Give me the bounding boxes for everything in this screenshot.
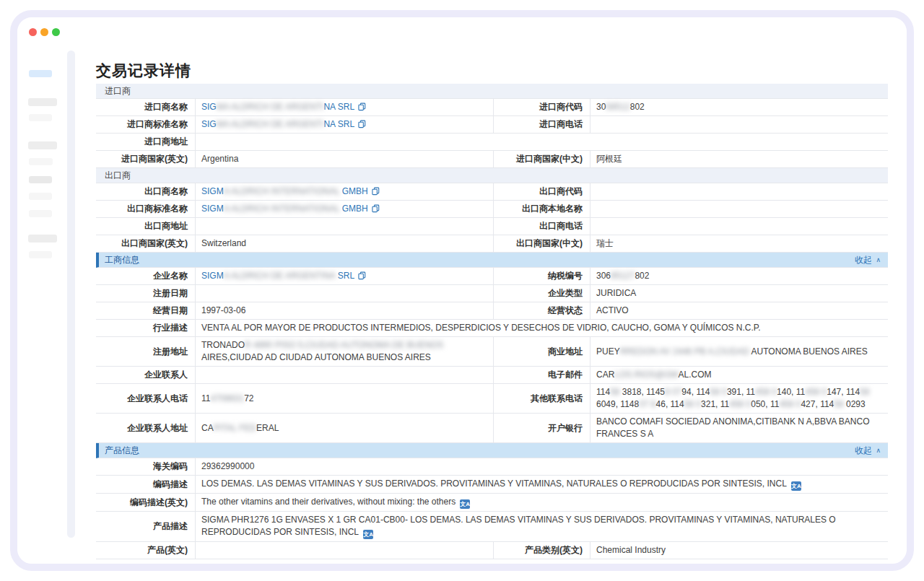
sidebar-skeleton-item[interactable] [29,176,52,183]
field-label: 产品描述 [96,512,195,541]
field-label: 出口商地址 [96,218,195,235]
field-label-text: 进口商标准名称 [127,118,188,131]
translate-icon[interactable]: 文A [460,499,470,509]
sidebar-skeleton-item[interactable] [29,210,52,217]
entity-link[interactable]: NA SRL [323,119,354,129]
sidebar-skeleton-item[interactable] [28,141,57,149]
field-value[interactable]: SIGMA ALDRICH DE ARGENTINA SRL [195,268,493,284]
field-value: Argentina [195,151,493,167]
redacted-text: 4708631 [210,393,244,403]
redacted-text: 458 0 [729,399,751,409]
field-label-text: 编码描述 [153,479,188,491]
field-text: 11470863172 [201,393,254,405]
redacted-text: 85127 [611,271,635,281]
field-value[interactable]: SIGMA ALDRICH DE ARGENTINA SRL [195,99,493,115]
entity-link[interactable]: SIG [201,119,217,129]
sidebar-skeleton-item[interactable] [29,114,52,121]
redacted-text: 58 [610,387,622,397]
field-label-text: 出口商代码 [539,185,583,198]
field-label: 纳税编号 [493,268,590,284]
redacted-text: MA ALDRICH DE ARGENTI [217,119,324,129]
table-row: 出口商名称SIGMA ALDRICH INTERNATIONAL GMBH出口商… [96,183,888,201]
table-row: 产品(英文)产品类别(英文)Chemical Industry [96,542,888,559]
field-label-text: 进口商电话 [539,118,583,131]
sidebar-skeleton-item[interactable] [29,251,52,258]
field-text: JURIDICA [596,287,636,300]
field-label-text: 企业联系人电话 [127,393,188,405]
field-value: LOS DEMAS. LAS DEMAS VITAMINAS Y SUS DER… [195,476,888,493]
copy-icon[interactable] [358,120,366,128]
field-value[interactable]: SIGMA ALDRICH INTERNATIONAL GMBH [195,183,493,200]
entity-link[interactable]: SIG [201,102,217,112]
entity-link[interactable]: GMBH [339,204,367,214]
copy-icon[interactable] [358,271,366,280]
sidebar-skeleton-item[interactable] [29,158,53,165]
field-value[interactable]: SIGMA ALDRICH DE ARGENTINA SRL [195,116,493,133]
entity-link[interactable]: NA SRL [323,102,354,112]
sidebar-skeleton-item[interactable] [28,98,57,106]
field-value [195,134,888,150]
field-label-text: 开户银行 [548,422,583,434]
field-label-text: 行业描述 [153,322,188,334]
entity-link[interactable]: SRL [335,271,354,281]
redacted-text: 458 0 [755,387,777,397]
redacted-text: 458 0 [805,387,827,397]
field-label: 注册日期 [96,285,195,302]
field-label-text: 进口商国家(英文) [121,153,188,165]
redacted-text: 58 0 [710,387,727,397]
field-text: CAPITAL FEDERAL [201,422,279,434]
field-label: 产品(英文) [96,542,195,559]
field-label: 出口商标准名称 [96,201,195,217]
traffic-light-orange[interactable] [40,28,48,36]
field-label: 企业名称 [96,268,195,284]
field-value: BANCO COMAFI SOCIEDAD ANONIMA,CITIBANK N… [590,414,888,442]
field-value: 29362990000 [195,458,888,475]
field-label: 出口商国家(中文) [493,235,590,252]
field-value [590,183,888,200]
collapse-toggle[interactable]: 收起 ∧ [855,254,881,266]
field-label: 企业联系人电话 [96,384,195,413]
copy-icon[interactable] [372,204,380,213]
field-text: 3058512802 [596,101,645,113]
field-text: SIGMA ALDRICH DE ARGENTINA SRL [201,118,366,131]
sidebar-skeleton-item[interactable] [29,193,52,200]
field-text: BANCO COMAFI SOCIEDAD ANONIMA,CITIBANK N… [596,416,882,440]
table-row: 出口商标准名称SIGMA ALDRICH INTERNATIONAL GMBH出… [96,201,888,218]
field-label: 出口商国家(英文) [96,235,195,252]
field-label-text: 注册地址 [153,346,188,358]
redacted-text: R 4890 PISO 5,CIUDAD AUTONOMA DE BUENOS [245,340,443,350]
field-value: PUEYRREDON AV 2446 PB A,CIUDAD AUTONOMA … [590,337,888,366]
page-title: 交易记录详情 [96,61,191,81]
section-header-product-info: 产品信息收起 ∧ [96,443,888,458]
translate-icon[interactable]: 文A [791,481,801,491]
redacted-text: RREDON AV 2446 PB A,CIUDAD [620,346,749,357]
field-label-text: 出口商本地名称 [522,203,583,215]
field-label: 企业联系人地址 [96,414,195,442]
field-label-text: 经营状态 [548,305,583,317]
field-value: Chemical Industry [590,542,888,559]
sidebar-item-active[interactable] [29,70,52,77]
field-label: 经营状态 [493,302,590,319]
field-value: VENTA AL POR MAYOR DE PRODUCTOS INTERMED… [195,320,888,336]
entity-link[interactable]: GMBH [339,186,367,196]
copy-icon[interactable] [358,102,366,111]
translate-icon[interactable]: 文A [363,530,373,539]
collapse-toggle[interactable]: 收起 ∧ [855,445,881,457]
sidebar-skeleton-item[interactable] [28,235,57,243]
table-row: 海关编码29362990000 [96,458,888,476]
table-row: 行业描述VENTA AL POR MAYOR DE PRODUCTOS INTE… [96,320,888,337]
traffic-light-green[interactable] [52,28,60,36]
field-label: 电子邮件 [493,367,590,383]
entity-link[interactable]: SIGM [201,204,224,214]
field-text: 瑞士 [596,237,614,250]
entity-link[interactable]: SIGM [201,186,224,196]
section-title: 出口商 [105,170,131,182]
field-label: 进口商标准名称 [96,116,195,133]
field-value [195,367,493,383]
traffic-light-red[interactable] [29,28,37,36]
copy-icon[interactable] [372,187,380,196]
field-value[interactable]: SIGMA ALDRICH INTERNATIONAL GMBH [195,201,493,217]
entity-link[interactable]: SIGM [201,271,224,281]
field-text: SIGMA PHR1276 1G ENVASES X 1 GR CA01-CB0… [201,514,882,539]
field-value [590,218,888,235]
